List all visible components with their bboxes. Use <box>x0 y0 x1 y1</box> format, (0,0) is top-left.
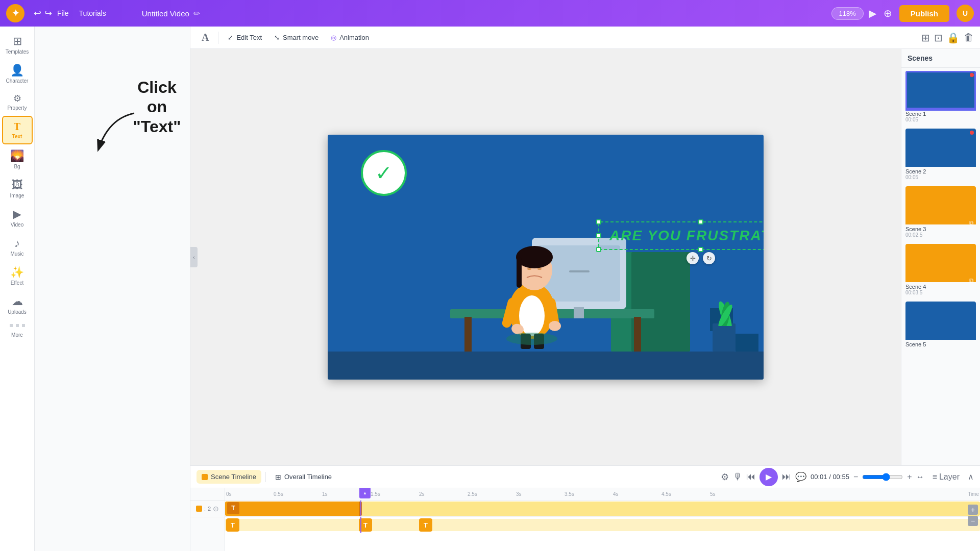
text-label: Text <box>12 134 22 139</box>
zoom-track-buttons: + − <box>966 503 980 528</box>
file-menu[interactable]: File <box>57 9 69 17</box>
handle-bl[interactable] <box>596 247 601 252</box>
timeline: Scene Timeline ⊞ Overall Timeline ⚙ 🎙 ⏮ … <box>190 465 980 551</box>
plant-decoration <box>713 323 736 352</box>
scene-thumb-4[interactable]: ⧉ Scene 4 00:03.5 <box>905 244 976 295</box>
track-row-1: T <box>225 500 980 517</box>
character-icon: 👤 <box>10 64 24 77</box>
sidebar-item-character[interactable]: 👤 Character <box>2 60 33 88</box>
share-button[interactable]: ⊕ <box>884 7 892 19</box>
handle-bm[interactable] <box>698 247 703 252</box>
bg-icon: 🌄 <box>10 149 24 163</box>
edit-text-button[interactable]: ⤢ Edit Text <box>223 31 267 44</box>
collapse-timeline-button[interactable]: ∧ <box>968 472 974 482</box>
t-marker-2c[interactable]: T <box>419 518 432 532</box>
desk-leg-right <box>634 317 641 352</box>
smart-move-button[interactable]: ⤡ Smart move <box>269 31 324 44</box>
playhead-ruler-marker[interactable]: ▲ <box>359 488 371 498</box>
settings-button[interactable]: ⚙ <box>721 471 729 483</box>
check-icon: ✓ <box>375 161 393 185</box>
add-track-row-button[interactable]: + <box>968 505 978 515</box>
move-icon[interactable]: ✛ <box>687 252 699 264</box>
annotation-arrow <box>88 108 150 159</box>
sidebar-item-more[interactable]: More <box>2 328 33 342</box>
layer-button[interactable]: ≡ Layer <box>928 470 964 484</box>
current-time: 00:01 / 00:55 <box>811 473 849 481</box>
expand-track-icon[interactable]: ⊙ <box>213 505 219 513</box>
fit-toggle[interactable]: ⊡ <box>934 32 943 44</box>
sidebar-item-uploads[interactable]: ☁ Uploads <box>2 291 33 319</box>
svg-point-16 <box>506 333 557 345</box>
scene-timeline-tab[interactable]: Scene Timeline <box>197 470 261 484</box>
playhead-line <box>360 500 361 516</box>
zoom-slider[interactable] <box>862 473 903 481</box>
redo-button[interactable]: ↪ <box>44 8 52 19</box>
lock-toggle[interactable]: 🔒 <box>947 32 960 44</box>
scene-thumb-1[interactable]: Scene 1 00:05 <box>905 71 976 122</box>
avatar[interactable]: U <box>957 5 974 22</box>
smart-move-icon: ⤡ <box>274 34 280 41</box>
sidebar-item-bg[interactable]: 🌄 Bg <box>2 145 33 173</box>
remove-track-row-button[interactable]: − <box>968 516 978 526</box>
preview-button[interactable]: ▶ <box>869 7 876 19</box>
edit-text-icon: ⤢ <box>228 34 233 41</box>
sidebar-item-text[interactable]: T Text <box>2 116 33 144</box>
track-row-2: T T T <box>225 517 980 533</box>
sidebar-item-music[interactable]: ♪ Music <box>2 233 33 261</box>
rotate-icon[interactable]: ↻ <box>703 252 715 264</box>
scene-canvas: ✓ <box>328 135 764 380</box>
skip-back-button[interactable]: ⏮ <box>746 471 755 482</box>
handle-lm[interactable] <box>596 233 601 238</box>
overall-timeline-tab[interactable]: ⊞ Overall Timeline <box>270 470 337 484</box>
main-layout: ⊞ Templates 👤 Character ⚙ Property T Tex… <box>0 27 980 551</box>
overall-timeline-label: Overall Timeline <box>284 473 332 481</box>
scene-thumb-2[interactable]: Scene 2 00:05 <box>905 129 976 180</box>
captions-button[interactable]: 💬 <box>795 471 806 483</box>
fit-timeline-button[interactable]: ↔ <box>916 472 924 482</box>
templates-label: Templates <box>6 49 29 55</box>
edit-title-icon[interactable]: ✏ <box>193 9 200 18</box>
collapse-panel-button[interactable]: ‹ <box>190 247 198 267</box>
orange-track-block[interactable]: T <box>225 502 362 516</box>
t-marker-2a[interactable]: T <box>226 518 239 532</box>
undo-button[interactable]: ↩ <box>34 8 41 19</box>
handle-tm[interactable] <box>698 219 703 224</box>
skip-forward-button[interactable]: ⏭ <box>782 471 791 482</box>
track-2-bg <box>225 519 980 531</box>
play-button[interactable]: ▶ <box>760 468 778 486</box>
scene-4-thumbnail <box>905 244 976 282</box>
templates-icon: ⊞ <box>13 35 22 48</box>
delete-button[interactable]: 🗑 <box>964 32 974 44</box>
scene-thumb-5[interactable]: Scene 5 <box>905 302 976 347</box>
sidebar-item-templates[interactable]: ⊞ Templates <box>2 31 33 59</box>
scene-thumb-3[interactable]: ⧉ Scene 3 00:02.5 <box>905 186 976 238</box>
music-label: Music <box>10 251 23 257</box>
video-icon: ▶ <box>13 208 21 221</box>
zoom-out-button[interactable]: − <box>853 472 858 482</box>
animation-button[interactable]: ◎ Animation <box>326 31 374 44</box>
grid-toggle[interactable]: ⊞ <box>921 32 930 44</box>
scene-timeline-label: Scene Timeline <box>211 473 256 481</box>
sidebar-item-effect[interactable]: ✨ Effect <box>2 262 33 290</box>
sidebar-item-image[interactable]: 🖼 Image <box>2 174 33 203</box>
text-format-button[interactable]: A <box>197 29 214 46</box>
handle-tl[interactable] <box>596 219 601 224</box>
scene-tab-dot <box>202 474 208 480</box>
text-overlay-element[interactable]: ARE YOU FRUSTRATED ✛ ↻ <box>598 221 764 250</box>
more-label: More <box>11 332 23 338</box>
effect-icon: ✨ <box>10 266 24 279</box>
text-icon: T <box>14 121 20 133</box>
playhead-line-2 <box>360 517 361 533</box>
publish-button[interactable]: Publish <box>899 5 949 22</box>
t-marker-1[interactable]: T <box>227 502 239 514</box>
svg-point-8 <box>527 268 531 270</box>
scene-2-time: 00:05 <box>905 174 976 180</box>
sidebar-item-video[interactable]: ▶ Video <box>2 204 33 232</box>
zoom-in-button[interactable]: + <box>907 472 912 482</box>
zoom-control[interactable]: 118% <box>831 7 864 20</box>
tutorials-menu[interactable]: Tutorials <box>79 9 106 17</box>
canvas-container: ‹ ✓ <box>190 49 901 465</box>
sidebar-item-property[interactable]: ⚙ Property <box>2 89 33 115</box>
desk-leg-left <box>464 317 472 352</box>
mic-button[interactable]: 🎙 <box>733 471 742 482</box>
